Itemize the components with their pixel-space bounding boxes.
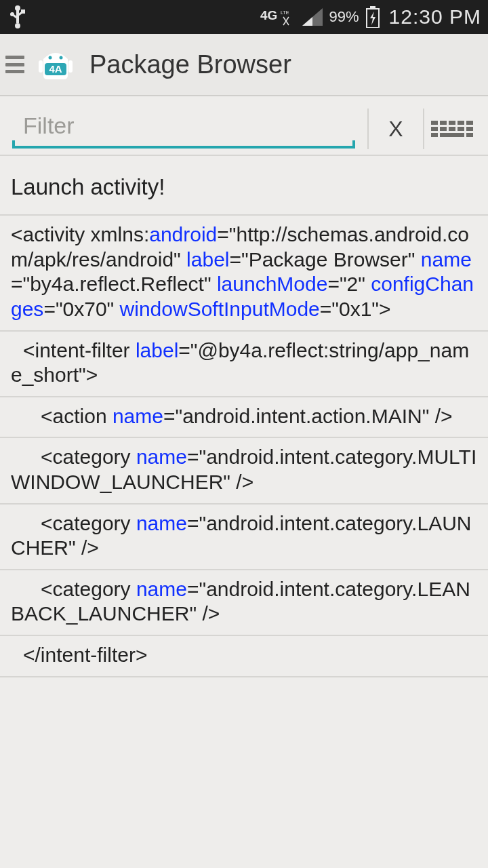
xml-text: <intent-filter [23, 339, 136, 361]
svg-point-3 [10, 12, 14, 16]
filter-bar: X [0, 96, 488, 156]
xml-attr: label [136, 339, 178, 361]
xml-attr: windowSoftInputMode [120, 298, 320, 320]
svg-point-2 [15, 23, 20, 28]
xml-attr: name [136, 512, 187, 534]
xml-attr: name [421, 248, 472, 271]
row-close-intent-filter[interactable]: </intent-filter> [0, 636, 488, 677]
content: Launch activity! <activity xmlns:android… [0, 156, 488, 677]
svg-point-10 [49, 56, 52, 60]
app-logo-icon: 4A [37, 45, 75, 83]
clock: 12:30 PM [389, 5, 481, 28]
network-4g-icon: 4GLTE [260, 7, 296, 26]
signal-icon [302, 8, 323, 26]
row-intent-filter[interactable]: <intent-filter label="@by4a.reflect:stri… [0, 332, 488, 397]
row-category-2[interactable]: <category name="android.intent.category.… [0, 505, 488, 570]
usb-icon [9, 5, 26, 29]
xml-text: <category [41, 512, 136, 534]
battery-percent: 99% [329, 8, 359, 26]
status-bar: 4GLTE 99% 12:30 PM [0, 0, 488, 34]
svg-rect-13 [68, 60, 73, 73]
xml-text: ="Package Browser" [230, 248, 421, 271]
row-category-3[interactable]: <category name="android.intent.category.… [0, 570, 488, 636]
xml-text: <activity xmlns: [11, 223, 149, 245]
clear-button[interactable]: X [373, 117, 419, 142]
svg-text:4G: 4G [260, 8, 277, 22]
page-title: Package Browser [89, 50, 291, 79]
row-activity[interactable]: <activity xmlns:android="http://schemas.… [0, 216, 488, 331]
filter-input[interactable] [12, 110, 355, 146]
xml-text: </intent-filter> [23, 644, 147, 666]
row-action[interactable]: <action name="android.intent.action.MAIN… [0, 397, 488, 439]
keyboard-icon[interactable] [428, 121, 476, 137]
xml-text: ="android.intent.action.MAIN" /> [163, 405, 453, 427]
menu-icon[interactable] [5, 54, 24, 75]
xml-attr: launchMode [217, 273, 327, 295]
row-category-1[interactable]: <category name="android.intent.category.… [0, 438, 488, 504]
xml-attr: name [136, 578, 187, 600]
xml-text: ="2" [327, 273, 371, 295]
app-bar: 4A Package Browser [0, 34, 488, 96]
xml-attr: name [136, 446, 187, 468]
xml-text: ="by4a.reflect.Reflect" [11, 273, 217, 295]
svg-text:LTE: LTE [281, 10, 289, 15]
xml-attr: name [113, 405, 163, 427]
xml-text: <action [41, 405, 113, 427]
xml-attr: label [186, 248, 229, 271]
svg-point-11 [60, 56, 63, 60]
row-launch[interactable]: Launch activity! [0, 156, 488, 216]
svg-rect-4 [21, 9, 25, 14]
svg-rect-12 [39, 60, 43, 73]
battery-charging-icon [366, 6, 380, 28]
svg-text:4A: 4A [49, 63, 62, 75]
xml-text: <category [41, 446, 136, 468]
xml-text: <category [41, 578, 136, 600]
separator [423, 108, 424, 149]
xml-text: ="0x70" [43, 298, 119, 320]
xml-attr: android [149, 223, 217, 245]
xml-text: ="0x1"> [320, 298, 391, 320]
separator [367, 108, 369, 149]
svg-marker-9 [370, 12, 375, 25]
